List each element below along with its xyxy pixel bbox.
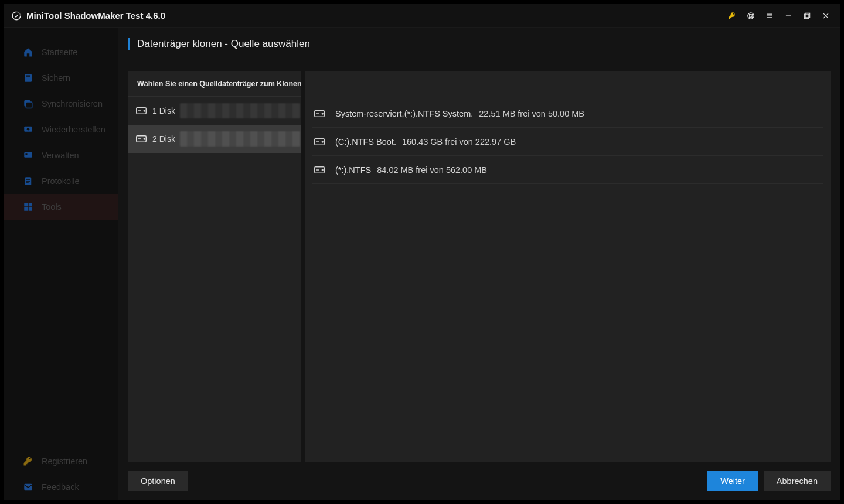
partition-row[interactable]: (*:).NTFS 84.02 MB frei von 562.00 MB (312, 156, 823, 184)
svg-rect-3 (804, 14, 809, 19)
manage-icon (23, 150, 36, 161)
key-icon (23, 456, 36, 466)
disk-icon (314, 138, 325, 146)
sidebar-item-register[interactable]: Registrieren (4, 448, 118, 474)
app-title: MiniTool ShadowMaker Test 4.6.0 (26, 11, 165, 21)
titlebar-menu-button[interactable] (760, 6, 779, 25)
window-close-button[interactable] (816, 6, 835, 25)
source-disk-panel: Wählen Sie einen Quelldatenträger zum Kl… (128, 71, 301, 462)
partition-name: (*:).NTFS (335, 165, 371, 175)
partition-info: 84.02 MB frei von 562.00 MB (377, 165, 487, 175)
home-icon (23, 47, 36, 57)
disk-list-item[interactable]: 2 Disk (128, 125, 301, 153)
page-header: Datenträger klonen - Quelle auswählen (118, 28, 840, 57)
partition-info: 22.51 MB frei von 50.00 MB (479, 109, 584, 118)
svg-rect-16 (29, 207, 32, 211)
sidebar-item-label: Feedback (42, 482, 79, 492)
page-title: Datenträger klonen - Quelle auswählen (137, 38, 310, 50)
redacted-area (180, 103, 300, 118)
sidebar-item-restore[interactable]: Wiederherstellen (4, 117, 118, 142)
svg-point-27 (322, 169, 323, 171)
sidebar-item-label: Tools (42, 202, 62, 212)
cancel-button[interactable]: Abbrechen (764, 471, 831, 491)
svg-rect-13 (24, 203, 28, 206)
svg-rect-5 (26, 76, 30, 77)
partition-panel-header (305, 71, 831, 97)
titlebar: MiniTool ShadowMaker Test 4.6.0 (4, 4, 840, 28)
svg-rect-14 (29, 203, 32, 206)
partition-info: 160.43 GB frei von 222.97 GB (402, 137, 516, 147)
svg-rect-15 (24, 207, 28, 211)
sidebar-item-feedback[interactable]: Feedback (4, 474, 118, 500)
disk-icon (136, 107, 147, 115)
svg-rect-11 (26, 153, 28, 155)
disk-list-item[interactable]: 1 Disk (128, 97, 301, 125)
tools-icon (23, 202, 36, 212)
titlebar-lifebuoy-button[interactable] (741, 6, 760, 25)
restore-icon (23, 124, 36, 135)
sidebar-item-logs[interactable]: Protokolle (4, 168, 118, 194)
redacted-area (180, 131, 300, 147)
partition-row[interactable]: System-reserviert,(*:).NTFS System. 22.5… (312, 100, 823, 128)
sidebar-item-label: Sichern (42, 73, 70, 83)
disk-icon (136, 135, 147, 143)
main-content: Datenträger klonen - Quelle auswählen Wä… (118, 28, 840, 500)
partition-name: (C:).NTFS Boot. (335, 137, 396, 147)
sidebar-item-label: Synchronisieren (42, 99, 103, 108)
svg-point-19 (144, 110, 145, 111)
next-button[interactable]: Weiter (707, 471, 758, 491)
svg-rect-2 (805, 13, 810, 18)
window-minimize-button[interactable] (779, 6, 798, 25)
svg-point-23 (322, 113, 323, 114)
sidebar-item-manage[interactable]: Verwalten (4, 142, 118, 168)
mail-icon (23, 482, 36, 492)
sidebar: Startseite Sichern Synchronisieren (4, 28, 118, 500)
disk-icon (314, 166, 325, 174)
partition-row[interactable]: (C:).NTFS Boot. 160.43 GB frei von 222.9… (312, 128, 823, 156)
sidebar-item-backup[interactable]: Sichern (4, 65, 118, 91)
disk-icon (314, 110, 325, 118)
disk-label: 1 Disk (152, 106, 175, 115)
sidebar-item-home[interactable]: Startseite (4, 39, 118, 65)
svg-point-25 (322, 141, 323, 142)
titlebar-key-button[interactable] (723, 6, 741, 25)
sidebar-item-label: Registrieren (42, 457, 87, 466)
partition-name: System-reserviert,(*:).NTFS System. (335, 109, 473, 118)
sidebar-item-sync[interactable]: Synchronisieren (4, 91, 118, 117)
svg-rect-10 (24, 152, 32, 158)
app-window: MiniTool ShadowMaker Test 4.6.0 (4, 4, 840, 500)
disk-label: 2 Disk (152, 134, 175, 144)
sidebar-item-label: Protokolle (42, 176, 79, 186)
svg-rect-4 (25, 74, 32, 82)
accent-bar (128, 38, 130, 50)
backup-icon (23, 73, 36, 83)
window-maximize-button[interactable] (798, 6, 816, 25)
svg-point-9 (27, 128, 30, 131)
sidebar-item-label: Verwalten (42, 151, 79, 160)
app-logo-icon (11, 11, 22, 21)
svg-point-1 (750, 14, 753, 17)
logs-icon (23, 176, 36, 186)
sidebar-item-tools[interactable]: Tools (4, 194, 118, 220)
sync-icon (23, 98, 36, 109)
svg-point-21 (144, 138, 145, 139)
svg-rect-7 (26, 102, 32, 108)
sidebar-item-label: Startseite (42, 47, 77, 57)
footer: Optionen Weiter Abbrechen (118, 462, 840, 500)
source-disk-panel-header: Wählen Sie einen Quelldatenträger zum Kl… (128, 71, 301, 97)
sidebar-item-label: Wiederherstellen (42, 125, 106, 134)
partition-panel: System-reserviert,(*:).NTFS System. 22.5… (305, 71, 831, 462)
options-button[interactable]: Optionen (128, 471, 188, 491)
